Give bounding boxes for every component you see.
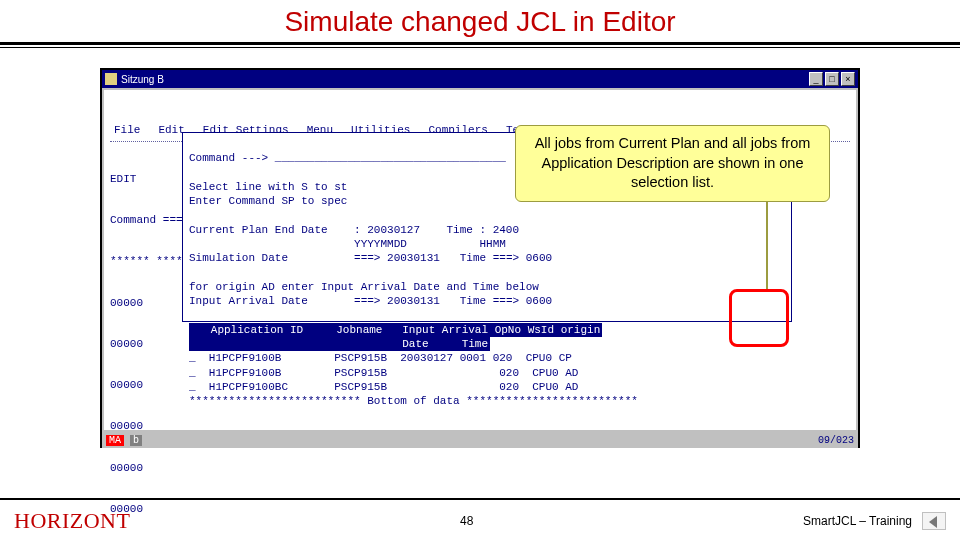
fmt-date: YYYYMMDD bbox=[354, 238, 407, 250]
body-line: 00000 bbox=[110, 462, 850, 476]
window-caption: Sitzung B bbox=[121, 74, 807, 85]
body-line: 00000 bbox=[110, 420, 850, 434]
sim-date[interactable]: ===> 20030131 bbox=[354, 252, 440, 264]
title-rule-thin bbox=[0, 47, 960, 48]
slide-footer: HORIZONT 48 SmartJCL – Training bbox=[0, 498, 960, 540]
cp-end-label: Current Plan End Date bbox=[189, 224, 328, 236]
table-row[interactable]: _ H1PCPF9100B PSCP915B 20030127 0001 020… bbox=[189, 352, 572, 364]
sim-time[interactable]: 0600 bbox=[526, 252, 552, 264]
iad-date[interactable]: ===> 20030131 bbox=[354, 295, 440, 307]
panel-command-input[interactable]: ___________________________________ bbox=[275, 152, 506, 164]
annotation-callout: All jobs from Current Plan and all jobs … bbox=[515, 125, 830, 202]
cp-end-date: : 20030127 bbox=[354, 224, 420, 236]
iad-time-lbl: Time ===> bbox=[460, 295, 519, 307]
slide-number: 48 bbox=[130, 514, 803, 528]
close-button[interactable]: × bbox=[841, 72, 855, 86]
prev-slide-icon[interactable] bbox=[922, 512, 946, 530]
fmt-time: HHMM bbox=[479, 238, 505, 250]
iad-time[interactable]: 0600 bbox=[526, 295, 552, 307]
table-row[interactable]: _ H1PCPF9100B PSCP915B 020 CPU0 AD bbox=[189, 367, 578, 379]
title-rule-thick bbox=[0, 42, 960, 45]
table-header2: Date Time bbox=[189, 337, 490, 351]
cp-end-time-lbl: Time bbox=[446, 224, 472, 236]
panel-bottom: ************************** Bottom of dat… bbox=[189, 395, 638, 407]
origin-instr: for origin AD enter Input Arrival Date a… bbox=[189, 281, 539, 293]
panel-command-label: Command ---> bbox=[189, 152, 268, 164]
sim-time-lbl: Time ===> bbox=[460, 252, 519, 264]
brand-logo: HORIZONT bbox=[14, 508, 130, 534]
minimize-button[interactable]: _ bbox=[809, 72, 823, 86]
iad-label: Input Arrival Date bbox=[189, 295, 308, 307]
highlight-origin-column bbox=[729, 289, 789, 347]
table-row[interactable]: _ H1PCPF9100BC PSCP915B 020 CPU0 AD bbox=[189, 381, 578, 393]
sim-label: Simulation Date bbox=[189, 252, 288, 264]
maximize-button[interactable]: □ bbox=[825, 72, 839, 86]
table-header: Application ID Jobname Input Arrival OpN… bbox=[189, 323, 602, 337]
window-titlebar: Sitzung B _ □ × bbox=[102, 70, 858, 88]
slide-title: Simulate changed JCL in Editor bbox=[0, 0, 960, 42]
menu-file[interactable]: File bbox=[114, 124, 140, 138]
panel-instr1: Select line with S to st bbox=[189, 181, 347, 193]
training-label: SmartJCL – Training bbox=[803, 514, 912, 528]
app-icon bbox=[105, 73, 117, 85]
cp-end-time: : 2400 bbox=[479, 224, 519, 236]
panel-instr2: Enter Command SP to spec bbox=[189, 195, 347, 207]
callout-connector bbox=[766, 195, 768, 290]
menu-edit[interactable]: Edit bbox=[158, 124, 184, 138]
